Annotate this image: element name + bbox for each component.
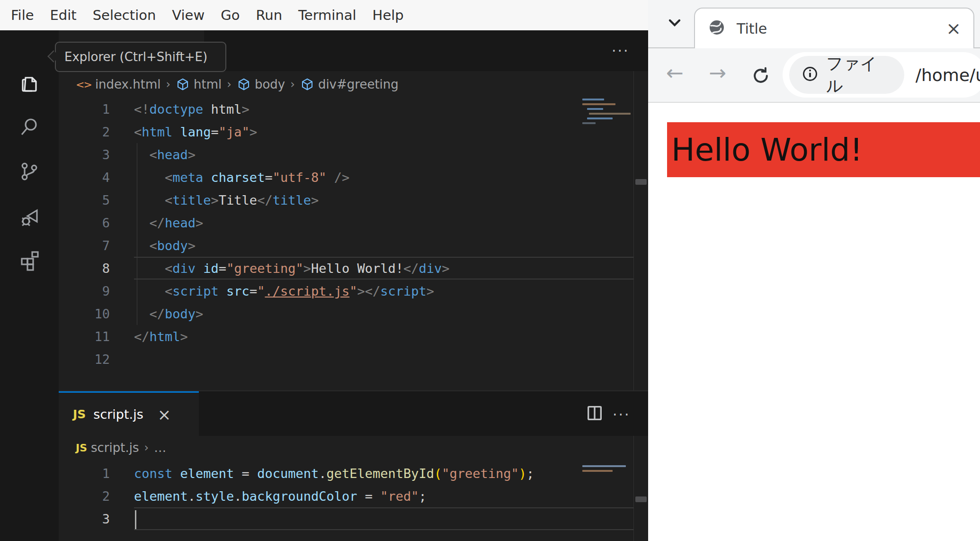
scrollbar-bottom-editor[interactable]: [633, 436, 648, 541]
symbol-cube-icon: [237, 77, 251, 91]
code-line[interactable]: 1const element = document.getElementById…: [59, 462, 633, 485]
menu-item-run[interactable]: Run: [248, 0, 290, 30]
breadcrumb-item[interactable]: div#greeting: [300, 77, 399, 91]
code-text: <head>: [110, 147, 196, 162]
menu-item-view[interactable]: View: [164, 0, 213, 30]
code-line[interactable]: 1<!doctype html>: [59, 98, 633, 120]
code-text: element.style.backgroundColor = "red";: [110, 489, 427, 504]
code-file-icon: <>: [76, 79, 91, 90]
info-icon: [802, 65, 819, 84]
extensions-icon[interactable]: [16, 246, 43, 273]
editor-actions-more-icon[interactable]: ···: [612, 46, 630, 56]
menu-item-edit[interactable]: Edit: [42, 0, 85, 30]
breadcrumb-label: …: [154, 441, 166, 455]
code-text: <script src="./script.js"></script>: [110, 284, 434, 298]
breadcrumb-separator: ›: [290, 78, 295, 91]
split-editor-icon[interactable]: [585, 404, 604, 424]
explorer-tooltip: Explorer (Ctrl+Shift+E): [55, 42, 226, 72]
line-number: 9: [59, 284, 110, 298]
screenshot-root: FileEditSelectionViewGoRunTerminalHelp: [0, 0, 980, 541]
editor-tabbar-bottom: JS script.js × ···: [59, 391, 648, 436]
tab-list-chevron-icon[interactable]: [665, 13, 684, 34]
code-text: <body>: [110, 238, 196, 253]
code-line[interactable]: 6 </head>: [59, 211, 633, 234]
current-line-highlight: [134, 507, 633, 530]
scrollbar-handle[interactable]: [635, 496, 647, 502]
code-line[interactable]: 2<html lang="ja">: [59, 120, 633, 143]
breadcrumb-item[interactable]: html: [176, 77, 222, 91]
menu-item-help[interactable]: Help: [365, 0, 412, 30]
chip-label: ファイル: [826, 53, 892, 97]
close-tab-icon[interactable]: ×: [151, 406, 171, 423]
forward-button[interactable]: →: [709, 63, 726, 83]
code-line[interactable]: 12: [59, 348, 633, 370]
code-line[interactable]: 5 <title>Title</title>: [59, 189, 633, 211]
search-icon[interactable]: [16, 114, 43, 140]
browser-tab-title[interactable]: Title ×: [694, 8, 974, 48]
activity-bar: [0, 30, 59, 541]
symbol-cube-icon: [300, 77, 314, 91]
code-text: const element = document.getElementById(…: [110, 466, 534, 481]
breadcrumb-label: html: [194, 77, 222, 91]
code-line[interactable]: 11</html>: [59, 325, 633, 348]
line-number: 6: [59, 216, 110, 230]
code-line[interactable]: 2element.style.backgroundColor = "red";: [59, 485, 633, 507]
reload-button[interactable]: [750, 65, 771, 88]
line-number: 3: [59, 512, 110, 526]
source-control-icon[interactable]: [16, 158, 43, 185]
symbol-cube-icon: [176, 77, 190, 91]
breadcrumb-item[interactable]: body: [237, 77, 285, 91]
greeting-div: Hello World!: [667, 122, 980, 177]
line-number: 1: [59, 102, 110, 117]
breadcrumb-item[interactable]: <>index.html: [76, 77, 161, 91]
line-number: 4: [59, 170, 110, 185]
site-info-chip[interactable]: ファイル: [789, 56, 904, 94]
breadcrumb-separator: ›: [226, 78, 232, 91]
code-text: <html lang="ja">: [110, 125, 257, 139]
tooltip-text: Explorer (Ctrl+Shift+E): [64, 50, 207, 64]
tab-script-js[interactable]: JS script.js ×: [59, 391, 199, 436]
minimap-top[interactable]: [582, 99, 630, 124]
run-debug-icon[interactable]: [16, 204, 43, 230]
code-line[interactable]: 7 <body>: [59, 234, 633, 257]
code-line[interactable]: 4 <meta charset="utf-8" />: [59, 166, 633, 189]
breadcrumb-item[interactable]: …: [154, 441, 166, 455]
minimap-bottom[interactable]: [582, 465, 630, 472]
breadcrumb-label: index.html: [95, 77, 161, 91]
close-tab-icon[interactable]: ×: [946, 19, 961, 37]
code-line[interactable]: 10 </body>: [59, 302, 633, 325]
code-line[interactable]: 3 <head>: [59, 143, 633, 166]
current-line-highlight: [134, 257, 633, 280]
code-text: </body>: [110, 307, 203, 321]
scrollbar-top-editor[interactable]: [633, 71, 648, 390]
line-number: 8: [59, 261, 110, 276]
menu-item-selection[interactable]: Selection: [85, 0, 164, 30]
editor-actions-more-icon[interactable]: ···: [613, 410, 631, 420]
scrollbar-handle[interactable]: [635, 179, 647, 185]
js-file-icon: JS: [76, 442, 87, 454]
line-number: 7: [59, 238, 110, 253]
browser-toolbar: ← → ファイル: [648, 48, 980, 102]
browser-page: Hello World!: [648, 103, 980, 541]
breadcrumb-label: body: [255, 77, 285, 91]
breadcrumb-item[interactable]: JSscript.js: [76, 441, 139, 455]
tab-label: script.js: [93, 407, 143, 422]
menu-item-terminal[interactable]: Terminal: [290, 0, 365, 30]
url-text[interactable]: /home/u: [904, 65, 980, 85]
code-text: <!doctype html>: [110, 102, 249, 117]
line-number: 10: [59, 307, 110, 321]
address-bar[interactable]: ファイル /home/u: [783, 52, 980, 98]
explorer-icon[interactable]: [16, 70, 43, 97]
vscode-window: FileEditSelectionViewGoRunTerminalHelp: [0, 0, 648, 541]
line-number: 5: [59, 193, 110, 207]
breadcrumb-separator: ›: [144, 441, 150, 454]
code-line[interactable]: 9 <script src="./script.js"></script>: [59, 280, 633, 302]
breadcrumb-label: script.js: [91, 441, 139, 455]
code-text: </html>: [110, 329, 188, 344]
breadcrumb-script-js: JSscript.js›…: [76, 435, 502, 460]
tab-title-label: Title: [737, 20, 935, 37]
back-button[interactable]: ←: [666, 63, 684, 83]
menu-item-go[interactable]: Go: [213, 0, 248, 30]
menu-item-file[interactable]: File: [3, 0, 42, 30]
greeting-text: Hello World!: [667, 132, 863, 168]
